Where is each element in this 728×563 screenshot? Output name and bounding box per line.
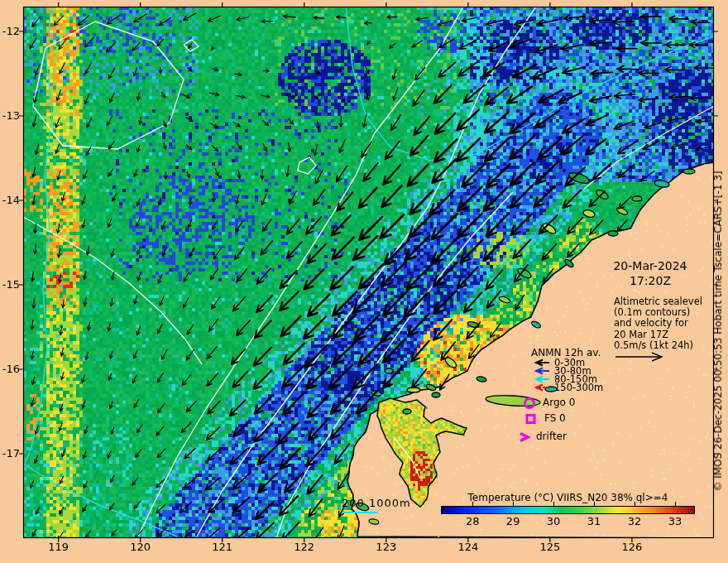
x-axis-tick-label: 120 [127,541,154,553]
argo-circle-icon [521,397,539,409]
map-time: 17:20Z [580,273,721,288]
timestamp-block: 20-Mar-2024 17:20Z [580,258,721,288]
colorbar-tick [635,502,635,506]
x-axis-tick-label: 126 [619,541,645,553]
colorbar-tick-label: 30 [541,516,566,527]
depth-arrow-icon [533,383,551,392]
y-axis-tick-label: -13 [0,110,20,122]
isobath-scale-line [342,512,378,513]
x-axis-tick-label: 121 [209,541,236,553]
fs-label: FS 0 [544,412,566,424]
depth-label: 150-300m [554,382,603,393]
annotation-line: 0.5m/s (1kt 24h) [614,340,702,351]
depth-arrow-icon [533,358,551,367]
colorbar-tick [513,502,514,506]
y-axis-tick-label: -17 [0,448,20,460]
copyright-vertical-text: © IMOS 26-Dec-2025 00:50:53 Hobart time … [712,171,724,491]
x-axis-tick-label: 123 [373,541,400,553]
x-axis-tick-label: 122 [291,541,318,553]
colorbar-title: Temperature (°C) VIIRS_N20 38% ql>=4 [441,492,695,503]
x-axis-tick-label: 119 [46,541,72,553]
y-axis-tick-label: -12 [0,26,20,37]
depth-arrow-icon [533,375,551,383]
depth-arrow-icon [533,367,551,375]
x-axis-tick-label: 125 [537,541,563,553]
drifter-chevron-icon [515,431,533,443]
colorbar-tick-label: 28 [460,516,485,527]
x-axis-tick-label: 124 [455,541,481,553]
temperature-colorbar [441,506,695,514]
colorbar-tick-label: 32 [622,516,647,527]
y-axis-tick-label: -16 [0,363,20,375]
colorbar-tick [553,502,554,506]
colorbar-tick [594,502,595,506]
annotation-line: and velocity for [614,318,702,329]
annotation-line: 20 Mar 17Z [614,330,702,340]
fs-square-icon [523,413,541,425]
isobath-scale-label: 200 1000m [342,497,411,509]
altimetry-annotation: Altimetric sealevel (0.1m contours) and … [614,296,702,351]
fs-legend-row: FS 0 [523,413,541,427]
drifter-label: drifter [536,431,567,442]
y-axis-tick-label: -15 [0,279,20,291]
drifter-legend-row: drifter [515,431,533,445]
colorbar-tick-label: 29 [500,516,525,527]
colorbar-tick-label: 33 [663,516,687,527]
colorbar-tick [472,502,473,506]
argo-legend-row: Argo 0 [521,397,539,411]
velocity-scale-arrow-icon [614,351,667,363]
colorbar-tick [675,502,676,506]
map-date: 20-Mar-2024 [580,258,721,273]
imos-sst-velocity-map-figure: 20-Mar-2024 17:20Z Altimetric sealevel (… [0,0,728,563]
colorbar-tick-label: 31 [582,516,606,527]
argo-label: Argo 0 [543,397,575,408]
y-axis-tick-label: -14 [0,195,20,206]
